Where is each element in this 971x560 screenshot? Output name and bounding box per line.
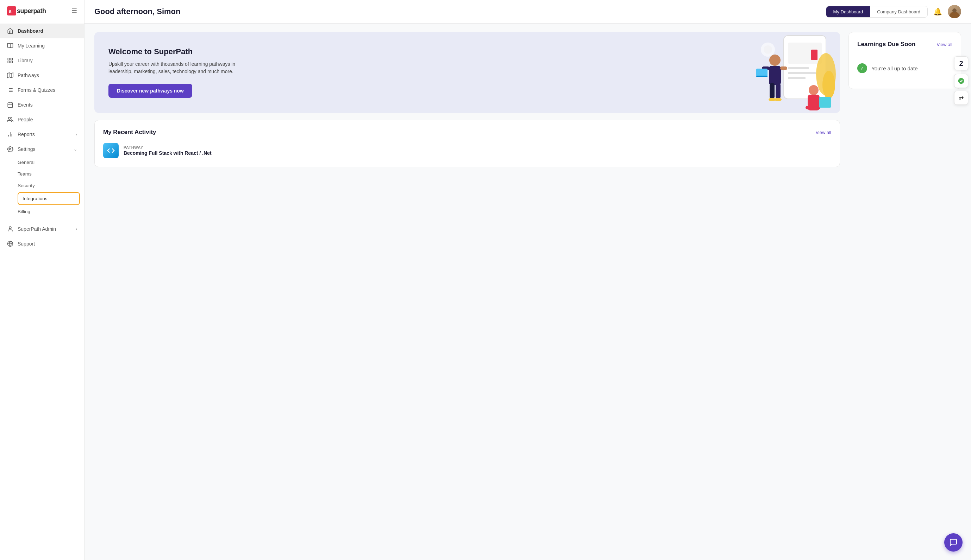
activity-name-label: Becoming Full Stack with React / .Net (124, 150, 831, 156)
submenu-item-integrations[interactable]: Integrations (18, 192, 80, 205)
sidebar-item-label-admin: SuperPath Admin (18, 226, 56, 232)
submenu-item-teams[interactable]: Teams (18, 168, 84, 180)
activity-icon (103, 143, 119, 158)
content-area: Welcome to SuperPath Upskill your career… (85, 23, 971, 560)
bell-icon[interactable]: 🔔 (933, 7, 942, 16)
recent-activity-card: My Recent Activity View all PATHWAY Beco… (94, 120, 840, 167)
chat-fab-button[interactable] (944, 533, 963, 552)
svg-rect-4 (11, 61, 13, 63)
submenu-item-security[interactable]: Security (18, 180, 84, 192)
activity-details: PATHWAY Becoming Full Stack with React /… (124, 145, 831, 156)
banner-title: Welcome to SuperPath (109, 47, 826, 56)
sidebar-item-dashboard[interactable]: Dashboard (0, 23, 84, 38)
banner-description: Upskill your career with thousands of le… (109, 60, 242, 75)
submenu-item-general[interactable]: General (18, 157, 84, 168)
svg-point-24 (9, 227, 11, 228)
chevron-right-icon: › (76, 132, 77, 137)
sidebar-item-reports[interactable]: Reports › (0, 127, 84, 142)
globe-icon (7, 241, 13, 247)
sidebar-item-people[interactable]: People (0, 112, 84, 127)
activity-type-label: PATHWAY (124, 145, 831, 150)
map-icon (7, 72, 13, 78)
check-floating (954, 74, 968, 88)
my-dashboard-tab[interactable]: My Dashboard (826, 6, 870, 17)
app-logo[interactable]: s superpath (7, 6, 46, 15)
activity-item: PATHWAY Becoming Full Stack with React /… (103, 143, 831, 158)
sidebar-item-label-support: Support (18, 241, 35, 247)
topbar-actions: My Dashboard Company Dashboard 🔔 (826, 5, 961, 18)
due-soon-header: Learnings Due Soon View all (857, 41, 953, 48)
avatar[interactable] (948, 5, 961, 18)
company-dashboard-tab[interactable]: Company Dashboard (870, 6, 928, 17)
up-to-date-container: ✓ You're all up to date (857, 56, 953, 80)
hamburger-icon[interactable]: ☰ (72, 7, 77, 15)
sidebar-item-my-learning[interactable]: My Learning (0, 38, 84, 53)
banner-text: Welcome to SuperPath Upskill your career… (109, 47, 826, 98)
up-to-date-text: You're all up to date (871, 65, 918, 72)
svg-point-19 (8, 117, 10, 119)
sidebar-item-label-pathways: Pathways (18, 72, 39, 78)
submenu-item-billing[interactable]: Billing (18, 206, 84, 217)
dashboard-toggle: My Dashboard Company Dashboard (826, 6, 928, 18)
sidebar-logo: s superpath ☰ (0, 0, 84, 22)
sidebar-item-settings[interactable]: Settings ⌄ (0, 142, 84, 157)
check-floating-icon (958, 77, 965, 84)
gear-icon (7, 146, 13, 152)
due-soon-view-all[interactable]: View all (936, 42, 953, 47)
svg-rect-2 (8, 58, 10, 60)
badge-count: 2 (954, 56, 968, 70)
home-icon (7, 28, 13, 34)
svg-marker-6 (7, 73, 13, 78)
main-content: Good afternoon, Simon My Dashboard Compa… (85, 0, 971, 560)
admin-chevron-right-icon: › (76, 227, 77, 232)
app-name: superpath (17, 7, 46, 15)
nav-main: Dashboard My Learning Library Pathways F… (0, 23, 84, 251)
discover-pathways-button[interactable]: Discover new pathways now (109, 84, 192, 98)
sidebar-item-label-my-learning: My Learning (18, 43, 45, 48)
settings-submenu: General Teams Security Integrations Bill… (0, 157, 84, 217)
sidebar-item-events[interactable]: Events (0, 97, 84, 112)
sidebar-item-label-settings: Settings (18, 146, 35, 152)
form-icon (7, 87, 13, 93)
welcome-banner: Welcome to SuperPath Upskill your career… (94, 32, 840, 113)
reports-left: Reports (7, 131, 35, 138)
recent-activity-view-all[interactable]: View all (816, 130, 831, 135)
due-soon-card: Learnings Due Soon View all ✓ You're all… (849, 32, 961, 89)
sidebar: s superpath ☰ Dashboard My Learning Libr… (0, 0, 85, 560)
chevron-down-icon: ⌄ (74, 147, 77, 152)
people-icon (7, 117, 13, 123)
calendar-icon (7, 102, 13, 108)
check-circle-icon: ✓ (857, 63, 867, 73)
admin-left: SuperPath Admin (7, 226, 56, 232)
svg-point-40 (775, 98, 782, 101)
sidebar-item-label-people: People (18, 117, 33, 122)
book-icon (7, 43, 13, 49)
code-icon (107, 147, 115, 154)
sidebar-item-label-library: Library (18, 58, 33, 63)
settings-left: Settings (7, 146, 35, 152)
svg-rect-49 (819, 97, 831, 108)
sidebar-item-pathways[interactable]: Pathways (0, 68, 84, 83)
topbar: Good afternoon, Simon My Dashboard Compa… (85, 0, 971, 23)
svg-point-23 (10, 148, 11, 150)
library-icon (7, 57, 13, 64)
sidebar-item-label-events: Events (18, 102, 33, 108)
svg-rect-47 (806, 106, 812, 109)
sidebar-item-superpath-admin[interactable]: SuperPath Admin › (0, 222, 84, 237)
chart-icon (7, 131, 13, 138)
due-soon-title: Learnings Due Soon (857, 41, 915, 48)
sidebar-item-support[interactable]: Support (0, 237, 84, 251)
svg-text:s: s (9, 8, 12, 14)
sidebar-item-label-dashboard: Dashboard (18, 28, 43, 34)
sidebar-item-library[interactable]: Library (0, 53, 84, 68)
page-greeting: Good afternoon, Simon (94, 7, 180, 16)
superpath-logo-icon: s (7, 6, 16, 15)
sidebar-item-label-reports: Reports (18, 132, 35, 137)
content-left: Welcome to SuperPath Upskill your career… (94, 32, 840, 552)
recent-activity-header: My Recent Activity View all (103, 129, 831, 136)
svg-rect-5 (8, 61, 10, 63)
admin-icon (7, 226, 13, 232)
swap-floating[interactable]: ⇄ (954, 91, 968, 105)
svg-rect-15 (8, 103, 13, 108)
sidebar-item-forms[interactable]: Forms & Quizzes (0, 83, 84, 97)
